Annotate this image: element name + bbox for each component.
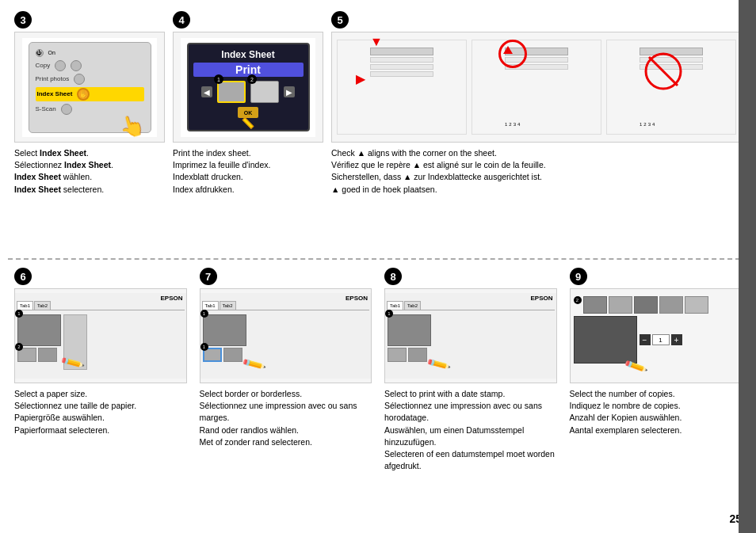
step-9-image: 2 − 1 bbox=[570, 288, 743, 383]
svg-line-1 bbox=[649, 57, 678, 86]
step-3-number: 3 bbox=[14, 11, 32, 29]
step-6-text: Select a paper size. Sélectionnez une ta… bbox=[14, 388, 187, 436]
step-9-number: 9 bbox=[570, 268, 587, 285]
step-6-number: 6 bbox=[14, 268, 32, 285]
step-9-block: 9 2 bbox=[563, 265, 749, 525]
step-5-block: 5 ▼ ▶ bbox=[325, 8, 748, 253]
step-8-text: Select to print with a date stamp. Sélec… bbox=[384, 388, 557, 473]
step-4-image: Index Sheet Print ◀ 1 2 bbox=[173, 32, 323, 143]
step-3-text: Select Index Sheet. Sélectionnez Index S… bbox=[14, 147, 160, 196]
step-3-image: ⏻ On Copy Print photos bbox=[14, 32, 165, 143]
bottom-section: 6 EPSON Tab1 Tab2 1 bbox=[8, 265, 748, 525]
lcd-subtitle: Print bbox=[193, 63, 304, 77]
step-5-image: ▼ ▶ bbox=[331, 32, 742, 143]
step-4-number: 4 bbox=[173, 11, 190, 29]
step-8-block: 8 EPSON Tab1 Tab2 1 bbox=[378, 265, 563, 525]
step-7-block: 7 EPSON Tab1 Tab2 1 bbox=[193, 265, 379, 525]
step-8-number: 8 bbox=[384, 268, 402, 285]
page-container: 3 ⏻ On Copy bbox=[0, 0, 756, 533]
lcd-title: Index Sheet bbox=[221, 49, 274, 60]
step-6-block: 6 EPSON Tab1 Tab2 1 bbox=[8, 265, 193, 525]
step-4-text: Print the index sheet. Imprimez la feuil… bbox=[173, 147, 319, 196]
step-6-image: EPSON Tab1 Tab2 1 bbox=[14, 288, 187, 383]
step-7-number: 7 bbox=[200, 268, 217, 285]
step-4-block: 4 Index Sheet Print ◀ 1 bbox=[166, 8, 325, 253]
step-5-text: Check ▲ aligns with the corner on the sh… bbox=[331, 147, 742, 196]
step-5-number: 5 bbox=[331, 11, 349, 29]
step-7-text: Select border or borderless. Sélectionne… bbox=[200, 388, 372, 448]
top-section: 3 ⏻ On Copy bbox=[8, 8, 748, 253]
step-3-block: 3 ⏻ On Copy bbox=[8, 8, 166, 253]
step-7-image: EPSON Tab1 Tab2 1 1 bbox=[200, 288, 372, 383]
section-divider bbox=[8, 258, 748, 260]
step-9-text: Select the number of copies. Indiquez le… bbox=[570, 388, 743, 436]
step-8-image: EPSON Tab1 Tab2 1 bbox=[384, 288, 557, 383]
right-bar bbox=[739, 0, 756, 533]
